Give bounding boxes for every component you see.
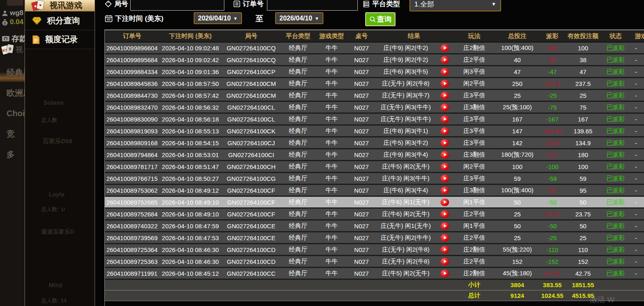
cell-payout: -100 <box>539 161 566 173</box>
table-row[interactable]: 2604100897119912026-04-10 08:45:12GN0272… <box>105 268 644 279</box>
play-button[interactable] <box>441 151 449 159</box>
play-button[interactable] <box>441 115 449 123</box>
cell-status: 已派彩 <box>600 196 631 208</box>
play-button[interactable] <box>441 104 449 111</box>
table-row[interactable]: 2604100998966042026-04-10 09:02:48GN0272… <box>105 42 644 54</box>
cell-game-no: GN027264100CG <box>221 173 281 184</box>
cell-bet-time: 2026-04-10 08:56:18 <box>159 113 221 125</box>
footer-spacer <box>105 279 453 290</box>
play-button[interactable] <box>441 234 449 242</box>
cell-play <box>436 220 453 232</box>
cell-play-method: 闲2平倍 <box>453 161 496 173</box>
table-row[interactable]: 2604100898458362026-04-10 08:57:50GN0272… <box>105 78 644 90</box>
play-button[interactable] <box>441 210 449 218</box>
order-no-input[interactable] <box>267 0 358 11</box>
deposit-button[interactable]: $ 存款 <box>2 34 25 44</box>
cell-payout: -152 <box>539 256 566 268</box>
cell-game: - <box>631 42 644 54</box>
sidebar-item-label: Choice <box>7 109 25 118</box>
cell-status: 已派彩 <box>600 42 631 54</box>
query-button[interactable]: 查询 <box>365 12 395 26</box>
cell-bet-time: 2026-04-10 09:02:48 <box>159 42 221 54</box>
play-button[interactable] <box>441 92 449 99</box>
subtotal-row: 小计3804383.551851.55 <box>105 279 644 290</box>
bet-records-table-wrap: 订单号下注时间 (美东)局号平台类型游戏类型桌号结果玩法总投注派彩有效投注额状态… <box>104 29 644 306</box>
play-button[interactable] <box>441 187 449 194</box>
cell-game-type: 牛牛 <box>315 208 348 220</box>
cell-game-no: GN027264100CL <box>221 101 281 113</box>
game-no-input[interactable] <box>130 0 224 11</box>
table-row[interactable]: 2604100898300902026-04-10 08:56:18GN0272… <box>105 113 644 125</box>
background-hint-text: 极速百家乐D <box>41 228 74 236</box>
sidebar-item-0[interactable]: 经典厅 <box>0 63 25 82</box>
cell-total-bet: 167 <box>496 113 539 125</box>
video-games-rail-item[interactable]: K♥9 视 <box>2 44 23 55</box>
deposit-icon: $ <box>2 36 10 42</box>
cell-game-no: GN027264100CE <box>221 220 281 232</box>
play-button[interactable] <box>441 198 449 206</box>
cell-game-no: GN027264100CH <box>221 161 281 173</box>
sidebar-item-3[interactable]: 竞 <box>0 125 25 143</box>
table-row[interactable]: 2604100898190932026-04-10 08:55:13GN0272… <box>105 125 644 137</box>
play-button[interactable] <box>441 139 449 147</box>
cell-total-bet: 100 <box>496 161 539 173</box>
play-button[interactable] <box>441 44 449 52</box>
search-icon <box>369 16 376 22</box>
sidebar-item-4[interactable]: 多 <box>0 145 25 164</box>
diamond-icon <box>32 17 42 25</box>
play-button[interactable] <box>441 175 449 182</box>
cell-valid-bet: 110 <box>566 244 600 256</box>
cell-play <box>436 149 453 161</box>
cell-total-bet: 50 <box>496 196 539 208</box>
table-row[interactable]: 2604100897526842026-04-10 08:49:10GN0272… <box>105 208 644 220</box>
cell-game-type: 牛牛 <box>315 42 348 54</box>
table-row[interactable]: 2604100897948642026-04-10 08:53:01GN0272… <box>105 149 644 161</box>
cell-total-bet: 100(预:400) <box>496 42 539 54</box>
play-button[interactable] <box>441 258 449 266</box>
table-row[interactable]: 2604100897817172026-04-10 08:51:47GN0272… <box>105 161 644 173</box>
menu-item-2[interactable]: 额度记录 <box>25 30 95 49</box>
table-row[interactable]: 2604100897667152026-04-10 08:50:27GN0272… <box>105 173 644 184</box>
table-row[interactable]: 2604100897253632026-04-10 08:46:30GN0272… <box>105 256 644 268</box>
table-row[interactable]: 2604100897253642026-04-10 08:46:30GN0272… <box>105 244 644 256</box>
cell-result: 庄(无牛) 闲3(牛牛) <box>375 113 436 125</box>
sidebar-item-label: 竞 <box>7 128 15 140</box>
cell-game-type: 牛牛 <box>315 78 348 90</box>
table-row[interactable]: 2604100998843342026-04-10 09:01:36GN0272… <box>105 66 644 78</box>
cell-play <box>436 137 453 149</box>
menu-panel: ♥♥视讯游戏积分查询额度记录 Solana总人数百家乐D58Layla总人数: … <box>25 0 95 306</box>
menu-item-0[interactable]: ♥♥视讯游戏 <box>25 0 95 11</box>
sidebar-item-label: 欧洲厅 <box>7 88 25 99</box>
menu-item-1[interactable]: 积分查询 <box>25 11 95 30</box>
table-row[interactable]: 2604100897403222026-04-10 08:47:59GN0272… <box>105 220 644 232</box>
date-to-picker[interactable]: 2026/04/10▼ <box>275 12 323 24</box>
cell-platform: 经典厅 <box>281 161 315 173</box>
cell-total-bet: 25(预:100) <box>496 101 539 113</box>
table-row[interactable]: 2604100897530622026-04-10 08:49:12GN0272… <box>105 184 644 196</box>
sidebar-item-2[interactable]: Choice <box>0 104 25 123</box>
play-button[interactable] <box>441 246 449 254</box>
cell-result: 庄(牛6) 闲2(无牛) <box>375 208 436 220</box>
play-button[interactable] <box>441 80 449 88</box>
play-button[interactable] <box>441 127 449 135</box>
cell-payout: -25 <box>539 232 566 244</box>
table-row[interactable]: 2604100898091682026-04-10 08:54:15GN0272… <box>105 137 644 149</box>
play-button[interactable] <box>441 222 449 230</box>
table-row[interactable]: 2604100897526852026-04-10 08:49:10GN0272… <box>105 196 644 208</box>
table-row[interactable]: 2604100898324702026-04-10 08:56:32GN0272… <box>105 101 644 113</box>
sidebar-item-1[interactable]: 欧洲厅 <box>0 84 25 102</box>
play-button[interactable] <box>441 270 449 277</box>
play-button[interactable] <box>441 68 449 76</box>
cell-game-type: 牛牛 <box>315 184 348 196</box>
cell-play-method: 庄3翻倍 <box>453 101 496 113</box>
date-from-picker[interactable]: 2026/04/10▼ <box>194 12 242 24</box>
cell-table-no: N027 <box>348 137 375 149</box>
play-button[interactable] <box>441 163 449 171</box>
cell-result: 庄(无牛) 闲3(牛牛) <box>375 101 436 113</box>
cell-platform: 经典厅 <box>281 244 315 256</box>
platform-type-select[interactable]: 1.全部 ▼ <box>409 0 501 11</box>
table-row[interactable]: 2604100897395692026-04-10 08:47:53GN0272… <box>105 232 644 244</box>
table-row[interactable]: 2604100998956842026-04-10 09:02:42GN0272… <box>105 54 644 66</box>
table-row[interactable]: 2604100898447302026-04-10 08:57:42GN0272… <box>105 90 644 101</box>
play-button[interactable] <box>441 56 449 64</box>
